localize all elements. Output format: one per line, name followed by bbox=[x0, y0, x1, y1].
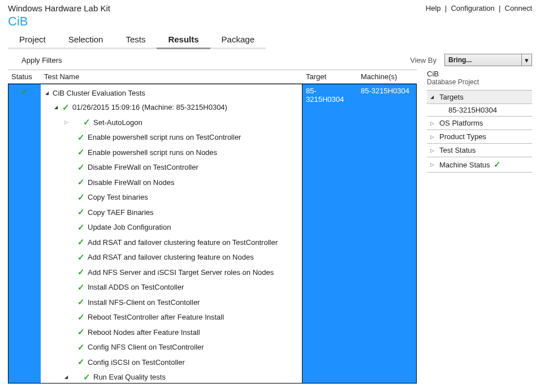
col-test-name[interactable]: Test Name bbox=[41, 70, 303, 84]
check-icon: ✓ bbox=[77, 206, 85, 219]
viewby-label: View By bbox=[410, 56, 437, 64]
target-item[interactable]: 85-3215H0304 bbox=[427, 104, 532, 117]
check-icon: ✓ bbox=[77, 191, 85, 204]
expand-icon[interactable] bbox=[44, 90, 50, 97]
cat-product-types[interactable]: Product Types bbox=[427, 130, 532, 144]
tree-item[interactable]: Config NFS Client on TestController bbox=[88, 342, 204, 353]
tree-item[interactable]: Install ADDS on TestContoller bbox=[88, 282, 184, 293]
expand-icon[interactable] bbox=[430, 120, 436, 126]
tree-item[interactable]: Run Eval Quality tests bbox=[93, 372, 166, 383]
cat-label: Test Status bbox=[439, 146, 476, 154]
tree-item[interactable]: Disable FireWall on TestController bbox=[88, 162, 198, 173]
tree-item[interactable]: Reboot Nodes after Feature Install bbox=[88, 327, 200, 338]
check-icon: ✓ bbox=[77, 161, 85, 174]
check-icon: ✓ bbox=[83, 371, 90, 384]
tab-tests[interactable]: Tests bbox=[114, 31, 157, 49]
tree-item[interactable]: Enable powershell script runs on TestCon… bbox=[88, 132, 241, 143]
tree-item[interactable]: Copy TAEF Binaries bbox=[88, 207, 154, 218]
expand-icon[interactable] bbox=[63, 374, 69, 381]
col-target[interactable]: Target bbox=[303, 70, 357, 84]
expand-icon[interactable] bbox=[430, 148, 436, 153]
tree-item[interactable]: Copy Test binaries bbox=[88, 192, 148, 203]
check-icon: ✓ bbox=[494, 160, 501, 170]
project-title: CiB bbox=[0, 14, 540, 31]
cat-label: Product Types bbox=[439, 132, 486, 141]
tree-item[interactable]: Install NFS-Client on TestContoller bbox=[88, 297, 200, 308]
check-icon: ✓ bbox=[77, 281, 85, 294]
connect-link[interactable]: Connect bbox=[505, 4, 532, 12]
tab-package[interactable]: Package bbox=[210, 31, 266, 49]
check-icon: ✓ bbox=[62, 101, 70, 114]
cat-targets-label: Targets bbox=[439, 93, 464, 101]
check-icon: ✓ bbox=[77, 221, 85, 234]
help-link[interactable]: Help bbox=[426, 4, 441, 12]
check-icon: ✓ bbox=[77, 236, 85, 249]
machine-value[interactable]: 85-3215H0304 bbox=[361, 87, 409, 95]
cat-label: Machine Status bbox=[439, 161, 490, 169]
tree-item[interactable]: Set-AutoLogon bbox=[93, 117, 142, 128]
tree-timestamp[interactable]: 01/26/2015 15:09:16 (Machine: 85-3215H03… bbox=[72, 102, 227, 113]
tree-item[interactable]: Update Job Configuration bbox=[88, 222, 171, 233]
tab-selection[interactable]: Selection bbox=[57, 31, 115, 49]
tree-item[interactable]: Add NFS Server and iSCSI Target Server r… bbox=[88, 267, 274, 278]
app-title: Windows Hardware Lab Kit bbox=[8, 3, 110, 13]
tree-item[interactable]: Config iSCSI on TestContoller bbox=[88, 357, 185, 368]
apply-filters-button[interactable]: Apply Filters bbox=[21, 56, 62, 64]
tree-item[interactable]: Reboot TestController after Feature Inst… bbox=[88, 312, 224, 323]
col-status[interactable]: Status bbox=[8, 70, 41, 84]
check-icon: ✓ bbox=[83, 116, 90, 129]
cat-targets[interactable]: Targets bbox=[427, 90, 532, 104]
check-icon: ✓ bbox=[77, 341, 85, 354]
tree-item[interactable]: Disable FireWall on Nodes bbox=[88, 177, 174, 188]
cat-label: OS Platforms bbox=[439, 119, 483, 127]
tree-item[interactable]: Enable powershell script runs on Nodes bbox=[88, 147, 217, 158]
expand-icon[interactable] bbox=[430, 94, 436, 100]
check-icon: ✓ bbox=[77, 356, 85, 369]
viewby-dropdown-text: Bring... bbox=[445, 56, 521, 64]
side-project-title: CiB bbox=[427, 70, 532, 78]
expand-icon[interactable] bbox=[430, 134, 436, 140]
check-icon: ✓ bbox=[77, 131, 85, 144]
status-check-icon: ✓ bbox=[21, 87, 28, 383]
viewby-dropdown[interactable]: Bring... ▾ bbox=[444, 54, 532, 66]
check-icon: ✓ bbox=[77, 146, 85, 159]
target-item-label: 85-3215H0304 bbox=[448, 106, 497, 114]
cat-test-status[interactable]: Test Status bbox=[427, 143, 532, 157]
expand-icon[interactable] bbox=[53, 104, 59, 111]
tree-item[interactable]: Add RSAT and failover clustering feature… bbox=[88, 237, 278, 248]
check-icon: ✓ bbox=[77, 266, 85, 279]
check-icon: ✓ bbox=[77, 311, 85, 324]
cat-os-platforms[interactable]: OS Platforms bbox=[427, 116, 532, 130]
chevron-down-icon[interactable]: ▾ bbox=[521, 54, 532, 66]
tree-root[interactable]: CiB Cluster Evaluation Tests bbox=[53, 88, 145, 99]
tab-results[interactable]: Results bbox=[157, 31, 210, 49]
side-project-subtitle: Database Project bbox=[427, 78, 532, 91]
tree-item[interactable]: Add RSAT and failover clustering feature… bbox=[88, 252, 254, 263]
check-icon: ✓ bbox=[77, 176, 85, 189]
cat-machine-status[interactable]: Machine Status ✓ bbox=[427, 157, 532, 173]
check-icon: ✓ bbox=[77, 251, 85, 264]
col-machine[interactable]: Machine(s) bbox=[357, 70, 417, 84]
expand-icon[interactable] bbox=[430, 162, 436, 167]
target-value[interactable]: 85-3215H0304 bbox=[306, 87, 344, 104]
check-icon: ✓ bbox=[77, 326, 85, 339]
expand-icon[interactable] bbox=[63, 119, 69, 127]
configuration-link[interactable]: Configuration bbox=[451, 4, 494, 12]
tab-project[interactable]: Project bbox=[8, 31, 57, 49]
check-icon: ✓ bbox=[77, 296, 85, 309]
